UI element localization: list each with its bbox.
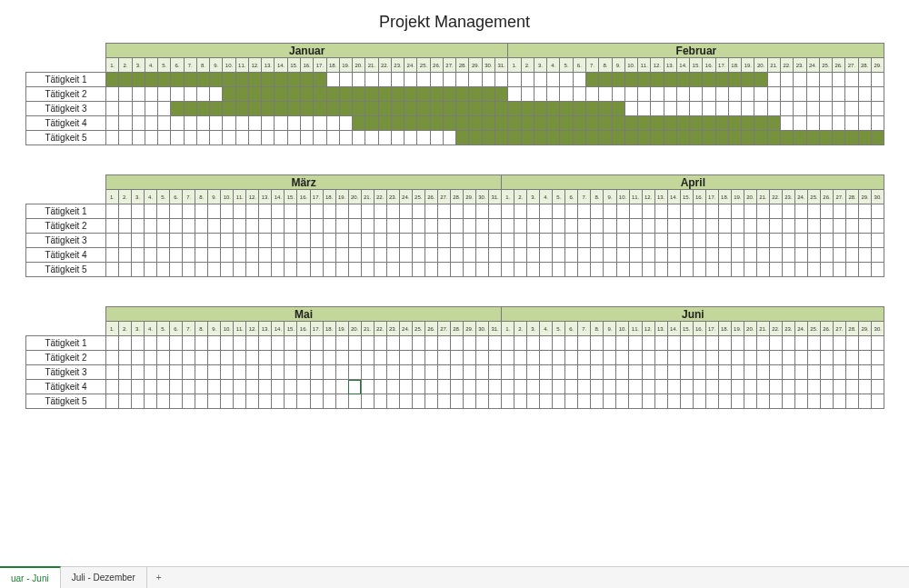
gantt-cell[interactable]	[437, 351, 450, 365]
gantt-cell[interactable]	[651, 102, 664, 116]
gantt-cell[interactable]	[132, 73, 145, 87]
gantt-cell[interactable]	[248, 131, 261, 145]
gantt-cell[interactable]	[651, 131, 664, 145]
gantt-cell[interactable]	[629, 365, 642, 380]
gantt-cell[interactable]	[195, 351, 208, 365]
gantt-cell[interactable]	[259, 380, 272, 394]
gantt-cell[interactable]	[604, 248, 616, 263]
gantt-cell[interactable]	[754, 131, 767, 145]
gantt-cell[interactable]	[807, 365, 820, 380]
gantt-cell[interactable]	[437, 336, 450, 351]
gantt-cell[interactable]	[335, 394, 348, 409]
gantt-cell[interactable]	[361, 351, 374, 365]
gantt-cell[interactable]	[145, 87, 157, 102]
gantt-cell[interactable]	[585, 116, 598, 131]
gantt-cell[interactable]	[553, 380, 565, 394]
gantt-cell[interactable]	[405, 73, 417, 87]
gantt-cell[interactable]	[680, 248, 693, 263]
gantt-cell[interactable]	[310, 204, 323, 219]
gantt-cell[interactable]	[833, 394, 845, 409]
gantt-cell[interactable]	[183, 351, 195, 365]
gantt-cell[interactable]	[234, 336, 246, 351]
gantt-cell[interactable]	[547, 116, 560, 131]
gantt-cell[interactable]	[412, 394, 425, 409]
gantt-cell[interactable]	[703, 131, 715, 145]
gantt-cell[interactable]	[443, 116, 455, 131]
gantt-cell[interactable]	[210, 73, 223, 87]
gantt-cell[interactable]	[297, 336, 310, 351]
gantt-cell[interactable]	[399, 263, 412, 277]
gantt-cell[interactable]	[693, 204, 705, 219]
gantt-cell[interactable]	[425, 248, 437, 263]
gantt-cell[interactable]	[718, 336, 731, 351]
gantt-cell[interactable]	[374, 204, 386, 219]
gantt-cell[interactable]	[794, 116, 806, 131]
gantt-cell[interactable]	[262, 116, 275, 131]
gantt-cell[interactable]	[540, 394, 553, 409]
gantt-cell[interactable]	[578, 351, 591, 365]
gantt-cell[interactable]	[119, 234, 132, 248]
gantt-cell[interactable]	[540, 263, 553, 277]
gantt-cell[interactable]	[612, 73, 624, 87]
gantt-cell[interactable]	[119, 365, 132, 380]
gantt-cell[interactable]	[272, 234, 285, 248]
gantt-cell[interactable]	[578, 234, 591, 248]
gantt-cell[interactable]	[819, 73, 832, 87]
gantt-cell[interactable]	[248, 73, 261, 87]
gantt-cell[interactable]	[353, 87, 365, 102]
gantt-cell[interactable]	[405, 131, 417, 145]
gantt-cell[interactable]	[210, 87, 223, 102]
gantt-cell[interactable]	[353, 116, 365, 131]
gantt-cell[interactable]	[833, 131, 845, 145]
gantt-cell[interactable]	[365, 87, 378, 102]
gantt-cell[interactable]	[399, 234, 412, 248]
gantt-cell[interactable]	[171, 73, 184, 87]
gantt-cell[interactable]	[170, 248, 183, 263]
gantt-cell[interactable]	[323, 248, 335, 263]
gantt-cell[interactable]	[235, 87, 248, 102]
gantt-cell[interactable]	[744, 394, 756, 409]
gantt-cell[interactable]	[425, 351, 437, 365]
gantt-cell[interactable]	[514, 365, 527, 380]
gantt-cell[interactable]	[339, 102, 352, 116]
gantt-cell[interactable]	[540, 248, 553, 263]
gantt-cell[interactable]	[275, 131, 287, 145]
gantt-cell[interactable]	[158, 116, 171, 131]
gantt-cell[interactable]	[246, 234, 259, 248]
gantt-cell[interactable]	[326, 116, 339, 131]
gantt-cell[interactable]	[223, 73, 235, 87]
gantt-cell[interactable]	[235, 116, 248, 131]
gantt-cell[interactable]	[514, 234, 527, 248]
gantt-cell[interactable]	[208, 351, 221, 365]
gantt-cell[interactable]	[157, 204, 170, 219]
gantt-cell[interactable]	[833, 102, 845, 116]
gantt-cell[interactable]	[642, 219, 654, 234]
gantt-cell[interactable]	[488, 263, 501, 277]
gantt-cell[interactable]	[819, 116, 832, 131]
gantt-cell[interactable]	[391, 131, 404, 145]
gantt-cell[interactable]	[272, 263, 285, 277]
gantt-cell[interactable]	[208, 336, 221, 351]
gantt-cell[interactable]	[846, 234, 859, 248]
gantt-cell[interactable]	[210, 102, 223, 116]
gantt-cell[interactable]	[469, 102, 482, 116]
gantt-cell[interactable]	[405, 102, 417, 116]
gantt-cell[interactable]	[417, 102, 430, 116]
gantt-cell[interactable]	[514, 263, 527, 277]
gantt-cell[interactable]	[664, 73, 676, 87]
gantt-cell[interactable]	[259, 351, 272, 365]
gantt-cell[interactable]	[246, 204, 259, 219]
gantt-cell[interactable]	[731, 351, 744, 365]
gantt-cell[interactable]	[450, 351, 463, 365]
gantt-cell[interactable]	[297, 248, 310, 263]
gantt-cell[interactable]	[807, 380, 820, 394]
gantt-cell[interactable]	[297, 263, 310, 277]
gantt-cell[interactable]	[578, 248, 591, 263]
gantt-cell[interactable]	[494, 87, 507, 102]
gantt-cell[interactable]	[145, 351, 157, 365]
gantt-cell[interactable]	[502, 234, 514, 248]
gantt-cell[interactable]	[806, 102, 819, 116]
gantt-cell[interactable]	[259, 365, 272, 380]
gantt-cell[interactable]	[794, 219, 807, 234]
gantt-cell[interactable]	[573, 131, 585, 145]
